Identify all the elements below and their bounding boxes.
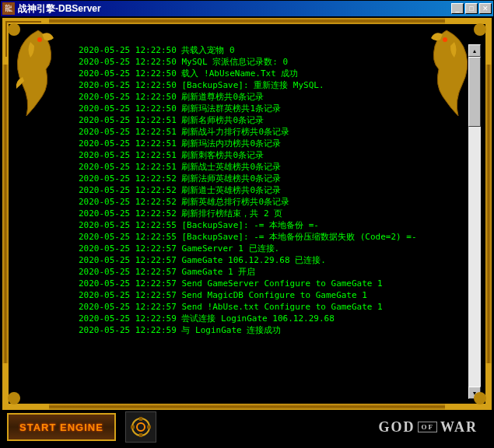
log-line: 2020-05-25 12:22:50 [BackupSave]: 重新连接 M… xyxy=(79,79,462,91)
settings-button[interactable] xyxy=(125,411,156,443)
log-line: 2020-05-25 12:22:51 刷新名师榜共0条记录 xyxy=(79,114,462,126)
log-text: 2020-05-25 12:22:50 共载入宠物 02020-05-25 12… xyxy=(10,26,468,402)
log-line: 2020-05-25 12:22:57 Send GameServer Conf… xyxy=(79,278,462,289)
log-line: 2020-05-25 12:22:51 刷新战士英雄榜共0条记录 xyxy=(79,161,462,173)
app-icon: 龍 xyxy=(2,2,15,15)
logo-text-god: GOD xyxy=(378,419,415,436)
frame-edge-left xyxy=(2,63,9,363)
scroll-track[interactable] xyxy=(468,57,481,387)
log-line: 2020-05-25 12:22:52 刷新英雄总排行榜共0条记录 xyxy=(79,196,462,208)
window-title: 战神引擎-DBServer xyxy=(18,2,451,16)
scroll-thumb[interactable] xyxy=(468,57,481,127)
log-line: 2020-05-25 12:22:57 Send MagicDB Configu… xyxy=(79,289,462,301)
svg-rect-10 xyxy=(131,425,135,429)
maximize-button[interactable]: □ xyxy=(465,3,478,14)
frame-edge-top xyxy=(47,18,447,24)
window-controls: _ □ ✕ xyxy=(451,3,492,14)
log-line: 2020-05-25 12:22:59 与 LoginGate 连接成功 xyxy=(79,324,462,336)
svg-point-6 xyxy=(132,418,149,436)
log-line: 2020-05-25 12:22:50 刷新玛法群英榜共1条记录 xyxy=(79,103,462,114)
bottom-toolbar: START ENGINE GOD OF WAR xyxy=(7,410,487,444)
log-line: 2020-05-25 12:22:55 [BackupSave]: -= 本地备… xyxy=(79,219,462,231)
minimize-button[interactable]: _ xyxy=(451,3,464,14)
log-line: 2020-05-25 12:22:59 尝试连接 LoginGate 106.1… xyxy=(79,313,462,324)
svg-rect-8 xyxy=(139,417,142,421)
god-of-war-logo: GOD OF WAR xyxy=(378,419,478,436)
log-line: 2020-05-25 12:22:57 GameGate 106.12.29.6… xyxy=(79,254,462,266)
log-line: 2020-05-25 12:22:50 载入 !AbUseName.Txt 成功 xyxy=(79,68,462,79)
svg-rect-9 xyxy=(139,433,142,437)
start-engine-button[interactable]: START ENGINE xyxy=(7,413,116,441)
frame-edge-right xyxy=(485,63,492,363)
log-line: 2020-05-25 12:22:57 Send !AbUse.txt Conf… xyxy=(79,301,462,313)
svg-point-7 xyxy=(137,423,145,431)
logo-text-of: OF xyxy=(418,422,437,432)
vertical-scrollbar[interactable]: ▴ ▾ xyxy=(468,44,481,399)
log-line: 2020-05-25 12:22:55 [BackupSave]: -= 本地备… xyxy=(79,231,462,243)
logo-text-war: WAR xyxy=(440,419,478,436)
log-line: 2020-05-25 12:22:51 刷新刺客榜共0条记录 xyxy=(79,149,462,161)
log-line: 2020-05-25 12:22:50 刷新道尊榜共0条记录 xyxy=(79,91,462,103)
log-line: 2020-05-25 12:22:57 GameGate 1 开启 xyxy=(79,266,462,278)
scroll-up-button[interactable]: ▴ xyxy=(468,44,481,57)
titlebar[interactable]: 龍 战神引擎-DBServer _ □ ✕ xyxy=(1,1,493,16)
app-window: 龍 战神引擎-DBServer _ □ ✕ 2020-05-25 12:22:5… xyxy=(0,0,494,448)
log-line: 2020-05-25 12:22:50 MySQL 宗派信息记录数: 0 xyxy=(79,56,462,68)
client-area: 2020-05-25 12:22:50 共载入宠物 02020-05-25 12… xyxy=(1,16,493,447)
log-line: 2020-05-25 12:22:50 共载入宠物 0 xyxy=(79,44,462,56)
log-line: 2020-05-25 12:22:52 刷新法师英雄榜共0条记录 xyxy=(79,173,462,184)
log-line: 2020-05-25 12:22:52 刷新排行榜结束，共 2 页 xyxy=(79,208,462,219)
log-line: 2020-05-25 12:22:57 GameServer 1 已连接. xyxy=(79,243,462,254)
svg-rect-11 xyxy=(147,425,151,429)
scroll-down-button[interactable]: ▾ xyxy=(468,387,481,399)
log-line: 2020-05-25 12:22:51 刷新战斗力排行榜共0条记录 xyxy=(79,126,462,138)
gear-icon xyxy=(130,416,152,438)
log-panel: 2020-05-25 12:22:50 共载入宠物 02020-05-25 12… xyxy=(10,26,484,402)
close-button[interactable]: ✕ xyxy=(479,3,492,14)
frame-edge-bottom xyxy=(47,404,447,410)
log-line: 2020-05-25 12:22:52 刷新道士英雄榜共0条记录 xyxy=(79,184,462,196)
log-line: 2020-05-25 12:22:51 刷新玛法内功榜共0条记录 xyxy=(79,138,462,149)
